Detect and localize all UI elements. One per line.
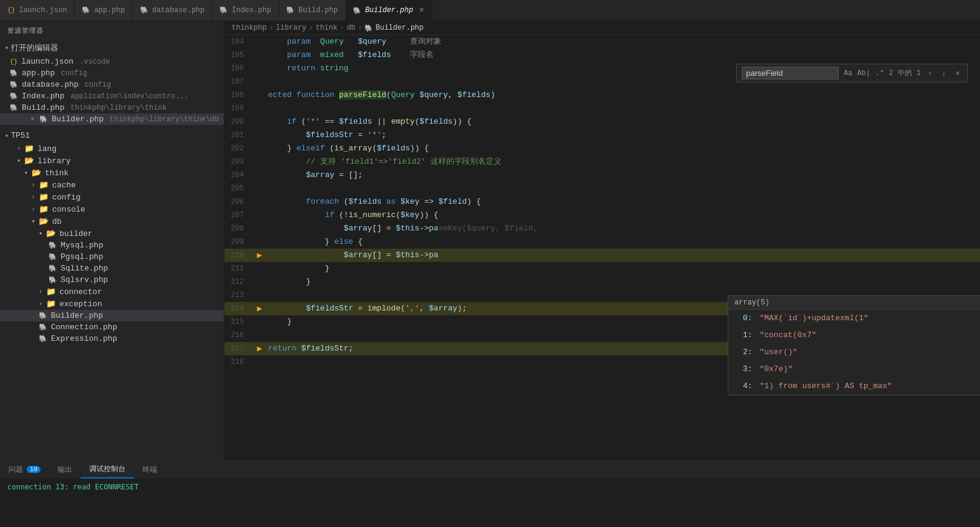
chevron-right-icon5: › [39,289,42,295]
sidebar-file-pgsql[interactable]: 🐘 Pgsql.php [0,251,224,263]
sidebar-item-builder-php-open[interactable]: × 🐘 Builder.php thinkphp\library\think\d… [0,113,224,125]
code-line-212: 212 } [224,275,980,289]
php-icon-expression: 🐘 [39,335,47,343]
code-line-199: 199 [224,102,980,115]
search-up-btn[interactable]: ↑ [925,67,935,79]
folder-icon4: 📁 [39,180,49,190]
php-icon: 🐘 [82,6,90,14]
code-line-208: 208 $array[] = $this->paseKey($query, $f… [224,222,980,235]
sidebar-folder-library[interactable]: ▾ 📂 library [0,155,224,167]
close-tab-icon[interactable]: × [419,5,424,15]
sidebar-title: 资源管理器 [0,21,224,40]
tab-bar: {} launch.json 🐘 app.php 🐘 database.php … [0,0,980,21]
sidebar-folder-cache[interactable]: › 📁 cache [0,179,224,191]
sidebar-folder-connector[interactable]: › 📁 connector [0,286,224,298]
breakpoint-arrow-icon: ▶ [257,249,262,262]
folder-icon8: 📂 [46,229,56,238]
chevron-down-icon4: ▾ [24,169,28,176]
chevron-down-icon2: ▾ [5,132,8,139]
chevron-down-icon6: ▾ [39,230,42,237]
php-icon-pgsql: 🐘 [49,253,57,261]
sidebar-file-sqlsrv[interactable]: 🐘 Sqlsrv.php [0,274,224,286]
sidebar-folder-builder[interactable]: ▾ 📂 builder [0,227,224,240]
sidebar-folder-db[interactable]: ▾ 📂 db [0,215,224,227]
folder-icon5: 📁 [39,192,49,202]
sidebar-item-database-php[interactable]: 🐘 database.php config [0,79,224,90]
php-icon-mysql: 🐘 [49,241,57,249]
sidebar-item-app-php[interactable]: 🐘 app.php config [0,67,224,79]
sidebar-file-connection[interactable]: 🐘 Connection.php [0,321,224,333]
search-input[interactable] [742,67,839,79]
breadcrumb-sep4: › [358,24,362,32]
hover-popup-item-4[interactable]: 4: "1) from users#`) AS tp_max" [728,378,980,395]
tp51-section[interactable]: ▾ TP51 [0,129,224,143]
code-line-201: 201 $fieldsStr = '*'; [224,129,980,142]
chevron-right-icon4: › [32,206,35,213]
folder-icon3: 📂 [32,168,41,178]
tab-builder-php[interactable]: 🐘 Builder.php × [346,0,432,21]
sidebar-folder-console[interactable]: › 📁 console [0,203,224,215]
bottom-tab-debug-console[interactable]: 调试控制台 [81,460,134,478]
folder-icon7: 📂 [39,217,49,226]
code-line-211: 211 } [224,262,980,275]
hover-popup-item-2[interactable]: 2: "user()" [728,344,980,361]
code-editor[interactable]: 194 param Query $query 查询对象 195 param mi… [224,35,980,460]
code-line-202: 202 } elseif (is_array($fields)) { [224,142,980,155]
json-file-icon: {} [10,58,18,65]
chevron-down-icon5: ▾ [32,218,35,225]
sidebar-folder-exception[interactable]: › 📁 exception [0,298,224,310]
open-editors-section[interactable]: ▾ 打开的编辑器 [0,40,224,56]
chevron-right-icon2: › [32,182,35,189]
console-output: connection 13: read ECONNRESET [0,479,980,495]
php-icon-builder: 🐘 [39,312,47,320]
breadcrumb-sep1: › [269,24,274,32]
sidebar-file-builder[interactable]: 🐘 Builder.php [0,310,224,321]
tab-launch-json[interactable]: {} launch.json [0,0,75,21]
code-line-195: 195 param mixed $fields 字段名 [224,49,980,62]
php-icon-connection: 🐘 [39,323,47,331]
close-file-icon[interactable]: × [30,115,35,124]
match-word-btn[interactable]: Ab| [858,69,871,78]
tab-database-php[interactable]: 🐘 database.php [133,0,212,21]
code-line-210: 210 ▶ $array[] = $this->pa [224,249,980,262]
hover-popup: array(5) 0: "MAX(`id`)+updatexml(1" 1: "… [728,295,980,395]
main-area: 资源管理器 ▾ 打开的编辑器 {} launch.json .vscode 🐘 … [0,21,980,460]
sidebar-folder-lang[interactable]: › 📁 lang [0,143,224,155]
code-line-203: 203 // 支持 'field1'=>'field2' 这样的字段别名定义 [224,155,980,169]
code-line-207: 207 if (!is_numeric($key)) { [224,209,980,222]
code-line-209: 209 } else { [224,235,980,249]
php-icon-sqlsrv: 🐘 [49,276,57,284]
match-regex-btn[interactable]: .* [875,69,884,78]
sidebar-folder-think[interactable]: ▾ 📂 think [0,167,224,179]
problems-badge: 10 [27,466,41,473]
sidebar-file-expression[interactable]: 🐘 Expression.php [0,333,224,344]
code-line-205: 205 [224,182,980,195]
php-breadcrumb-icon: 🐘 [364,24,373,32]
hover-popup-item-3[interactable]: 3: "0x7e)" [728,361,980,378]
chevron-down-icon: ▾ [5,44,8,52]
folder-icon9: 📁 [46,287,56,297]
sidebar-file-sqlite[interactable]: 🐘 Sqlite.php [0,263,224,274]
search-count: 2 中的 1 [889,68,921,78]
search-down-btn[interactable]: ↓ [939,67,948,79]
code-line-194: 194 param Query $query 查询对象 [224,35,980,49]
match-case-btn[interactable]: Aa [844,69,852,78]
sidebar-item-build-php[interactable]: 🐘 Build.php thinkphp\library\think [0,102,224,113]
breakpoint-arrow-icon3: ▶ [257,342,262,355]
php-file-icon: 🐘 [10,69,18,77]
bottom-tab-output[interactable]: 输出 [49,460,81,478]
breadcrumb-sep3: › [340,24,344,32]
sidebar-item-index-php[interactable]: 🐘 Index.php application\index\contro... [0,90,224,102]
bottom-tab-problems[interactable]: 问题 10 [0,460,49,478]
breadcrumb: thinkphp › library › think › db › 🐘 Buil… [224,21,980,35]
hover-popup-item-1[interactable]: 1: "concat(0x7" [728,327,980,344]
bottom-tab-terminal[interactable]: 终端 [134,460,166,478]
hover-popup-item-0[interactable]: 0: "MAX(`id`)+updatexml(1" [728,310,980,327]
tab-app-php[interactable]: 🐘 app.php [75,0,132,21]
sidebar-item-launch-json[interactable]: {} launch.json .vscode [0,56,224,67]
search-close-btn[interactable]: × [953,67,962,79]
sidebar-file-mysql[interactable]: 🐘 Mysql.php [0,240,224,251]
tab-build-php[interactable]: 🐘 Build.php [279,0,346,21]
tab-index-php[interactable]: 🐘 Index.php [212,0,279,21]
sidebar-folder-config[interactable]: › 📁 config [0,191,224,203]
